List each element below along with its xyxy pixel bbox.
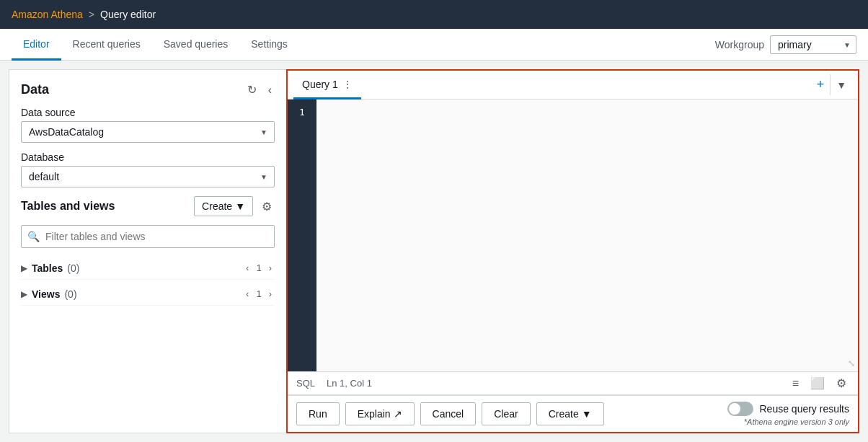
- tabs-bar: Editor Recent queries Saved queries Sett…: [0, 29, 868, 61]
- tab-editor[interactable]: Editor: [12, 30, 61, 61]
- views-page: 1: [256, 288, 261, 299]
- sidebar-icons: ↻ ‹: [244, 81, 275, 98]
- query-tab-1[interactable]: Query 1 ⋮: [293, 71, 361, 100]
- line-numbers: 1: [288, 100, 316, 371]
- database-label: Database: [21, 151, 275, 163]
- query-tabs-bar: Query 1 ⋮ + ▼: [288, 71, 858, 100]
- explain-button[interactable]: Explain ↗: [345, 402, 415, 425]
- views-next-button[interactable]: ›: [266, 287, 275, 301]
- reuse-results-area: Reuse query results *Athena engine versi…: [727, 402, 849, 426]
- app-name[interactable]: Amazon Athena: [12, 9, 83, 20]
- sql-editor[interactable]: [316, 100, 858, 371]
- resize-handle[interactable]: ⤡: [848, 358, 855, 368]
- gear-icon: ⚙: [262, 200, 272, 213]
- top-navigation: Amazon Athena > Query editor: [0, 0, 868, 29]
- status-bar: SQL Ln 1, Col 1 ≡ ⬜ ⚙: [288, 371, 858, 395]
- breadcrumb-separator: >: [89, 9, 94, 20]
- tree-section: ▶ Tables (0) ‹ 1 › ▶ Views (0) ‹: [21, 257, 275, 306]
- tab-settings[interactable]: Settings: [239, 30, 299, 61]
- wrap-icon: ⬜: [810, 377, 825, 389]
- wrap-lines-button[interactable]: ⬜: [807, 375, 828, 392]
- database-section: Database default: [21, 151, 275, 187]
- external-link-icon: ↗: [394, 408, 402, 420]
- tables-next-button[interactable]: ›: [266, 261, 275, 275]
- format-sql-button[interactable]: ≡: [789, 376, 802, 392]
- tables-views-title: Tables and views: [21, 200, 188, 213]
- code-editor-area: 1 ⤡: [288, 100, 858, 371]
- format-icon: ≡: [792, 377, 799, 389]
- data-source-select[interactable]: AwsDataCatalog: [21, 121, 275, 143]
- workgroup-select[interactable]: primary: [770, 35, 856, 54]
- tables-page: 1: [256, 262, 261, 273]
- editor-settings-button[interactable]: ⚙: [833, 375, 849, 392]
- query-tab-label: Query 1: [302, 79, 338, 90]
- tables-count: (0): [67, 262, 79, 274]
- main-content: Data ↻ ‹ Data source AwsDataCatalog Data…: [0, 61, 868, 442]
- filter-input-wrapper: 🔍: [21, 225, 275, 248]
- reuse-results-row: Reuse query results: [727, 402, 849, 416]
- status-icons: ≡ ⬜ ⚙: [789, 375, 849, 392]
- search-icon: 🔍: [27, 231, 40, 242]
- clear-button[interactable]: Clear: [482, 402, 530, 425]
- settings-icon: ⚙: [836, 377, 846, 389]
- explain-label: Explain: [358, 408, 391, 420]
- data-source-label: Data source: [21, 107, 275, 118]
- create-table-button[interactable]: Create ▼: [194, 196, 253, 216]
- create-action-label: Create: [549, 408, 579, 420]
- sidebar-header: Data ↻ ‹: [21, 81, 275, 98]
- add-query-tab-button[interactable]: +: [811, 74, 831, 95]
- create-dropdown-icon: ▼: [235, 200, 245, 212]
- engine-note: *Athena engine version 3 only: [744, 417, 849, 426]
- views-label: Views: [32, 288, 60, 300]
- views-tree-row: ▶ Views (0) ‹ 1 ›: [21, 283, 275, 306]
- tables-tree-row: ▶ Tables (0) ‹ 1 ›: [21, 257, 275, 280]
- expand-query-button[interactable]: ▼: [831, 76, 852, 94]
- cancel-button[interactable]: Cancel: [420, 402, 477, 425]
- database-select[interactable]: default: [21, 166, 275, 187]
- breadcrumb-current: Query editor: [100, 9, 156, 20]
- reuse-results-toggle[interactable]: [727, 402, 753, 416]
- tables-views-header: Tables and views Create ▼ ⚙: [21, 196, 275, 216]
- collapse-button[interactable]: ‹: [265, 82, 275, 98]
- query-tab-actions: + ▼: [811, 74, 852, 95]
- reuse-results-label: Reuse query results: [759, 403, 849, 415]
- run-button[interactable]: Run: [296, 402, 340, 425]
- line-number-1: 1: [288, 105, 316, 120]
- tables-pagination: ‹ 1 ›: [243, 261, 275, 275]
- views-pagination: ‹ 1 ›: [243, 287, 275, 301]
- workgroup-area: Workgroup primary: [715, 35, 856, 54]
- data-source-select-wrapper: AwsDataCatalog: [21, 121, 275, 143]
- filter-tables-input[interactable]: [40, 226, 268, 247]
- create-action-dropdown-icon: ▼: [582, 408, 592, 420]
- workgroup-select-wrapper: primary: [770, 35, 856, 54]
- create-label: Create: [202, 200, 232, 212]
- query-tab-menu-icon[interactable]: ⋮: [342, 79, 353, 90]
- status-position: Ln 1, Col 1: [327, 378, 372, 389]
- tab-recent-queries[interactable]: Recent queries: [61, 30, 152, 61]
- create-button[interactable]: Create ▼: [536, 402, 604, 425]
- refresh-button[interactable]: ↻: [244, 81, 260, 98]
- tables-settings-button[interactable]: ⚙: [259, 197, 275, 216]
- views-prev-button[interactable]: ‹: [243, 287, 252, 301]
- collapse-icon: ‹: [268, 84, 272, 96]
- tables-prev-button[interactable]: ‹: [243, 261, 252, 275]
- sidebar: Data ↻ ‹ Data source AwsDataCatalog Data…: [9, 69, 286, 433]
- views-expand-arrow[interactable]: ▶: [21, 289, 27, 299]
- database-select-wrapper: default: [21, 166, 275, 187]
- query-editor-panel: Query 1 ⋮ + ▼ 1 ⤡ SQL Ln 1, Col 1 ≡: [286, 69, 859, 433]
- tables-label: Tables: [32, 262, 63, 274]
- workgroup-label: Workgroup: [715, 39, 764, 50]
- data-source-section: Data source AwsDataCatalog: [21, 107, 275, 143]
- views-count: (0): [64, 288, 76, 300]
- action-bar: Run Explain ↗ Cancel Clear Create ▼ Reus…: [288, 395, 858, 432]
- sidebar-title: Data: [21, 82, 49, 97]
- tab-saved-queries[interactable]: Saved queries: [152, 30, 240, 61]
- tables-expand-arrow[interactable]: ▶: [21, 263, 27, 273]
- status-lang: SQL: [296, 378, 315, 389]
- refresh-icon: ↻: [247, 84, 257, 96]
